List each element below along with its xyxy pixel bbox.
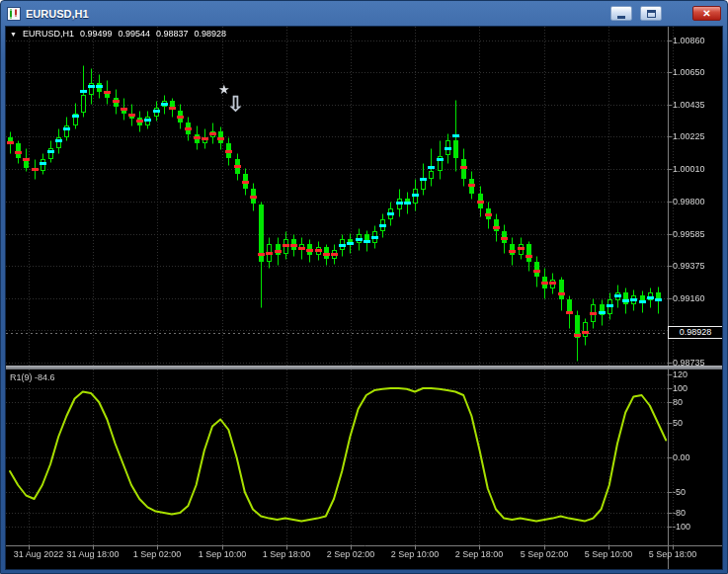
time-axis-label: 5 Sep 18:00	[641, 549, 704, 559]
maximize-button[interactable]	[640, 6, 662, 21]
close-button[interactable]: ✕	[692, 6, 721, 21]
price-axis-label: 0.99585	[673, 229, 705, 239]
indicator-axis-label: -100	[673, 522, 690, 532]
time-axis-label: 2 Sep 18:00	[447, 549, 511, 559]
price-axis-label: 0.99375	[673, 261, 705, 271]
low-value: 0.98837	[156, 29, 189, 39]
price-axis-label: 0.99800	[673, 197, 705, 206]
window-title: EURUSD,H1	[26, 8, 89, 20]
indicator-axis-label: 50	[673, 418, 683, 428]
price-axis-label: 1.00225	[673, 131, 705, 141]
price-axis-label: 1.00860	[673, 36, 705, 45]
price-axis-label: 1.00650	[673, 67, 705, 77]
time-axis-label: 1 Sep 18:00	[255, 549, 318, 559]
mt4-chart-window: EURUSD,H1 ✕ ▼ EURUSD,H1 0.99499 0.99544 …	[0, 0, 728, 574]
high-value: 0.99544	[119, 29, 151, 39]
indicator-axis-label: -50	[673, 487, 686, 497]
minimize-button[interactable]	[610, 6, 632, 21]
indicator-axis-label: 80	[673, 397, 683, 407]
time-axis-label: 2 Sep 10:00	[383, 549, 446, 559]
symbol-period-label: EURUSD,H1	[23, 29, 74, 39]
indicator-axis-label: 0.00	[673, 452, 690, 462]
titlebar[interactable]: EURUSD,H1 ✕	[5, 3, 723, 24]
panel-splitter[interactable]	[6, 366, 723, 369]
time-axis-label: 5 Sep 10:00	[577, 549, 640, 559]
time-axis-label: 31 Aug 18:00	[61, 549, 124, 559]
minimize-icon	[617, 16, 625, 19]
indicator-axis-label: 100	[673, 383, 688, 393]
quick-trade-arrow-icon[interactable]: ▼	[10, 31, 17, 38]
maximize-icon	[647, 10, 656, 18]
close-value: 0.98928	[195, 29, 227, 39]
time-axis-label: 1 Sep 02:00	[125, 549, 189, 559]
symbol-ohlc-line: ▼ EURUSD,H1 0.99499 0.99544 0.98837 0.98…	[10, 29, 226, 39]
time-axis-label: 1 Sep 10:00	[191, 549, 254, 559]
open-value: 0.99499	[80, 29, 113, 39]
indicator-axis-label: 120	[673, 369, 688, 379]
price-axis[interactable]: 1.008601.006501.004351.002251.000100.998…	[669, 27, 723, 570]
time-axis-label: 2 Sep 02:00	[319, 549, 382, 559]
chart-plot-area[interactable]	[6, 27, 723, 570]
indicator-label: R1(9) -84.6	[10, 372, 55, 382]
price-axis-label: 0.99160	[673, 293, 705, 303]
indicator-axis-label: -80	[673, 508, 686, 518]
price-axis-label: 1.00010	[673, 164, 705, 174]
time-axis[interactable]: 31 Aug 202231 Aug 18:001 Sep 02:001 Sep …	[6, 546, 723, 570]
time-axis-label: 5 Sep 02:00	[513, 549, 576, 559]
chart-window-icon	[7, 7, 21, 21]
close-icon: ✕	[702, 9, 710, 19]
arrow-down-object-icon[interactable]: ⇩	[227, 92, 244, 116]
current-price-badge: 0.98928	[668, 326, 723, 339]
price-axis-label: 1.00435	[673, 100, 705, 110]
chart-client-area: ▼ EURUSD,H1 0.99499 0.99544 0.98837 0.98…	[5, 26, 723, 570]
